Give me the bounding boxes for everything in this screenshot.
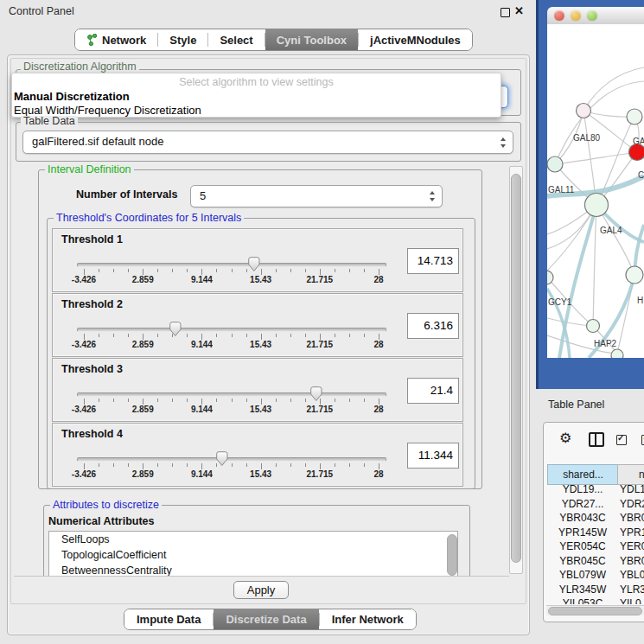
table-cell-shared-name[interactable]: YER054C: [548, 540, 617, 552]
minor-tick: [187, 463, 188, 467]
table-cell-shared-name[interactable]: YIL053C: [548, 597, 617, 604]
columns-icon[interactable]: [589, 432, 604, 447]
slider-track[interactable]: [77, 392, 386, 397]
table-cell-shared-name[interactable]: YBR043C: [548, 512, 617, 524]
network-node[interactable]: [629, 144, 644, 161]
close-icon[interactable]: ✕: [514, 4, 524, 17]
threshold-value-field[interactable]: 6.316: [407, 313, 459, 339]
table-cell-name[interactable]: YDR2: [620, 498, 644, 510]
attribute-list-item[interactable]: TopologicalCoefficient: [49, 547, 457, 563]
combo-arrows-icon: [501, 137, 507, 148]
tab-select[interactable]: Select: [208, 29, 264, 50]
slider-track[interactable]: [77, 457, 386, 462]
major-tick: [143, 463, 143, 469]
table-cell-name[interactable]: YBR0: [620, 555, 644, 567]
table-hscrollbar-thumb[interactable]: [548, 607, 642, 615]
app-screen: Control Panel ✕ NetworkStyleSelectCyni T…: [0, 0, 644, 644]
network-node-label: C: [638, 170, 644, 180]
network-node[interactable]: [547, 156, 563, 172]
major-tick: [143, 399, 143, 405]
control-panel-title: Control Panel: [9, 5, 74, 17]
tab-infer-network[interactable]: Infer Network: [320, 609, 416, 629]
close-traffic-light-icon[interactable]: [554, 10, 564, 21]
table-hscrollbar[interactable]: [546, 605, 644, 615]
table-data-combobox[interactable]: galFiltered.sif default node: [22, 131, 513, 154]
major-tick: [379, 399, 379, 405]
minor-tick: [128, 399, 129, 402]
major-tick: [261, 399, 262, 405]
minor-tick: [305, 269, 306, 272]
threshold-value-field[interactable]: 11.344: [407, 443, 459, 469]
tab-label: jActiveMNodules: [370, 34, 461, 47]
network-node[interactable]: [611, 349, 623, 358]
tab-discretize-data[interactable]: Discretize Data: [214, 609, 318, 629]
table-cell-name[interactable]: YBL0: [620, 569, 644, 581]
tab-label: Cyni Toolbox: [277, 34, 347, 47]
num-intervals-combobox[interactable]: 5: [190, 185, 443, 207]
settings-scrollbar[interactable]: [509, 166, 523, 574]
table-cell-shared-name[interactable]: YPR145W: [548, 526, 617, 539]
table-cell-name[interactable]: YPR1: [620, 526, 644, 539]
float-window-icon[interactable]: [501, 8, 510, 17]
network-node[interactable]: [585, 194, 609, 217]
table-cell-name[interactable]: YIL0: [620, 597, 641, 604]
minor-tick: [364, 269, 365, 272]
column-header-name[interactable]: n: [617, 464, 644, 485]
slider-track[interactable]: [77, 328, 386, 332]
dropdown-option-manual[interactable]: Manual Discretization: [14, 90, 130, 103]
tab-network[interactable]: Network: [75, 29, 157, 50]
mode-tabs: Impute DataDiscretize DataInfer Network: [124, 609, 417, 630]
network-window-titlebar[interactable]: [547, 7, 644, 25]
threshold-label: Threshold 4: [61, 428, 123, 440]
major-tick: [143, 334, 143, 340]
table-cell-shared-name[interactable]: YLR345W: [548, 583, 617, 596]
settings-scroll-area: Interval Definition Number of Intervals …: [14, 164, 509, 576]
table-cell-name[interactable]: YLR3: [620, 583, 644, 596]
table-cell-shared-name[interactable]: YDR27...: [548, 498, 617, 510]
attributes-list-scrollbar[interactable]: [446, 532, 456, 576]
zoom-traffic-light-icon[interactable]: [587, 10, 597, 21]
settings-scrollbar-thumb[interactable]: [511, 174, 521, 563]
attributes-list[interactable]: SelfLoopsTopologicalCoefficientBetweenne…: [48, 531, 458, 576]
table-cell-name[interactable]: YER0: [620, 540, 644, 552]
network-canvas[interactable]: GAL80GACGAL11GAL4GCY1HHAP2: [547, 24, 644, 358]
gear-icon[interactable]: ⚙: [559, 430, 571, 446]
table-cell-name[interactable]: YDL1: [620, 483, 644, 495]
minor-tick: [157, 269, 158, 272]
minor-tick: [172, 463, 173, 467]
network-node[interactable]: [587, 320, 600, 333]
network-node[interactable]: [626, 266, 643, 284]
slider-thumb[interactable]: [216, 451, 228, 467]
network-edge: [593, 205, 596, 326]
slider-thumb[interactable]: [248, 257, 260, 272]
major-tick: [84, 334, 85, 340]
network-node[interactable]: [547, 271, 553, 284]
threshold-value-field[interactable]: 14.713: [407, 248, 459, 274]
table-cell-name[interactable]: YBR0: [620, 512, 644, 524]
slider-thumb[interactable]: [169, 322, 182, 337]
attribute-list-item[interactable]: BetweennessCentrality: [49, 563, 457, 576]
network-node[interactable]: [577, 104, 591, 118]
tab-jactivemnodules[interactable]: jActiveMNodules: [359, 29, 472, 50]
slider-thumb[interactable]: [310, 386, 322, 402]
attribute-list-item[interactable]: SelfLoops: [49, 532, 457, 547]
tab-cyni-toolbox[interactable]: Cyni Toolbox: [265, 29, 358, 50]
tab-impute-data[interactable]: Impute Data: [124, 609, 213, 629]
slider-track[interactable]: [77, 263, 386, 267]
network-node[interactable]: [627, 109, 642, 124]
major-tick: [201, 334, 202, 340]
table-cell-shared-name[interactable]: YBL079W: [548, 569, 617, 581]
attributes-scrollbar-thumb[interactable]: [447, 534, 457, 576]
minimize-traffic-light-icon[interactable]: [571, 10, 581, 21]
minor-tick: [113, 269, 114, 272]
minor-tick: [157, 334, 158, 337]
threshold-value-field[interactable]: 21.4: [407, 378, 459, 404]
checkbox-select-icon[interactable]: [616, 435, 627, 445]
tab-style[interactable]: Style: [158, 29, 207, 50]
major-tick: [379, 269, 379, 275]
column-header-shared-name[interactable]: shared...: [547, 464, 619, 485]
apply-button[interactable]: Apply: [233, 581, 289, 599]
table-cell-shared-name[interactable]: YBR045C: [548, 555, 617, 567]
table-cell-shared-name[interactable]: YDL19...: [548, 483, 617, 495]
minor-tick: [128, 463, 129, 467]
